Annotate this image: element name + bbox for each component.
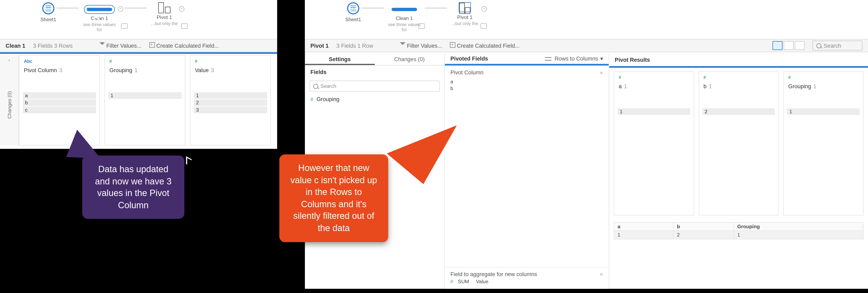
results-header: Pivot Results: [609, 54, 868, 66]
table-row[interactable]: 1 2 1: [614, 231, 863, 239]
aggregate-func: SUM: [458, 279, 469, 284]
create-calc-button[interactable]: Create Calculated Field...: [450, 42, 519, 49]
card-value[interactable]: 1: [108, 92, 182, 99]
table-header[interactable]: a: [614, 223, 673, 231]
pivoted-fields-column: Pivoted Fields Rows to Columns ▾ Pivot C…: [445, 54, 609, 289]
pivot-column-block: Pivot Column × a b: [445, 66, 609, 95]
search-input[interactable]: Search: [813, 40, 863, 51]
card-count: 1: [709, 83, 712, 90]
comment-icon[interactable]: [181, 23, 188, 29]
card-value[interactable]: 2: [194, 99, 267, 106]
datasource-icon: [347, 2, 360, 14]
annotation-purple: Data has updated and now we have 3 value…: [82, 156, 184, 219]
pivot-mode-dropdown[interactable]: Rows to Columns ▾: [545, 56, 603, 62]
aggregate-field[interactable]: # SUM Value: [450, 278, 603, 286]
result-card-b[interactable]: # b1 2: [699, 71, 779, 216]
search-placeholder: Search: [824, 42, 841, 49]
filter-values-button[interactable]: Filter Values...: [99, 42, 142, 49]
flow-connector: [57, 8, 79, 8]
aggregate-block: Field to aggregate for new columns × # S…: [445, 267, 609, 289]
field-item-grouping[interactable]: # Grouping: [305, 94, 444, 104]
add-step-icon[interactable]: +: [179, 6, 184, 11]
calc-icon: [450, 42, 455, 48]
card-count: 3: [211, 67, 214, 73]
view-mode-switch[interactable]: [772, 41, 805, 50]
fields-search[interactable]: Search: [309, 80, 440, 92]
flow-node-pivot1[interactable]: Pivot 1 ...but only the: [148, 2, 181, 26]
accent-bar: [0, 52, 277, 54]
pivot-step-icon: [459, 2, 471, 12]
card-title: Pivot Column: [24, 67, 57, 73]
tab-settings[interactable]: Settings: [305, 54, 374, 65]
annotation-text: However that new value c isn't picked up…: [289, 162, 378, 234]
add-step-icon[interactable]: +: [482, 6, 487, 11]
remove-icon[interactable]: ×: [599, 271, 603, 278]
card-value[interactable]: 1: [787, 108, 860, 115]
filter-values-button[interactable]: Filter Values...: [400, 42, 442, 49]
table-cell: 2: [674, 231, 734, 239]
card-value[interactable]: a: [23, 92, 96, 99]
flow-subtitle: see three values for: [385, 22, 424, 32]
result-card-a[interactable]: # a1 1: [614, 71, 694, 216]
flow-label: Pivot 1: [148, 14, 181, 20]
flow-bar: Sheet1 Clean 1 see three values for + Pi…: [0, 0, 277, 39]
flow-label: Sheet1: [339, 17, 367, 22]
result-card-grouping[interactable]: # Grouping1 1: [783, 71, 864, 216]
filter-label: Filter Values...: [106, 43, 142, 49]
card-count: 3: [59, 67, 62, 73]
table-header[interactable]: Grouping: [734, 223, 863, 231]
card-value[interactable]: 3: [194, 106, 267, 113]
expand-icon[interactable]: ›: [0, 55, 18, 65]
card-value[interactable]: 2: [702, 108, 775, 115]
type-badge-num: #: [110, 59, 181, 64]
clean-step-icon: [87, 8, 112, 11]
calc-label: Create Calculated Field...: [457, 43, 520, 49]
flow-node-sheet1[interactable]: Sheet1: [34, 2, 62, 22]
view-grid-icon[interactable]: [795, 41, 805, 50]
type-badge-num: #: [619, 75, 689, 80]
changes-count: Changes (0): [6, 91, 12, 119]
create-calc-button[interactable]: Create Calculated Field...: [149, 42, 219, 49]
comment-icon[interactable]: [121, 23, 128, 29]
clean-step-panel: Sheet1 Clean 1 see three values for + Pi…: [0, 0, 277, 149]
flow-node-clean1[interactable]: Clean 1 see three values for: [385, 2, 424, 32]
card-value[interactable]: b: [23, 99, 96, 106]
profile-card-grouping[interactable]: # Grouping1 1: [104, 55, 185, 145]
results-data-grid[interactable]: a b Grouping 1 2 1: [614, 222, 864, 239]
table-header[interactable]: b: [674, 223, 734, 231]
card-value[interactable]: c: [23, 106, 96, 113]
type-badge-num: #: [195, 59, 266, 64]
annotation-orange: However that new value c isn't picked up…: [279, 155, 388, 242]
flow-node-sheet1[interactable]: Sheet1: [339, 2, 367, 22]
flow-bar: Sheet1 Clean 1 see three values for Pivo…: [305, 0, 868, 39]
flow-node-clean1[interactable]: Clean 1 see three values for: [80, 2, 119, 32]
view-list-icon[interactable]: [784, 41, 794, 50]
pivot-value[interactable]: b: [450, 85, 603, 92]
view-profile-icon[interactable]: [772, 41, 782, 50]
accent-bar: [445, 64, 609, 65]
changes-rail[interactable]: › Changes (0): [0, 55, 19, 145]
filter-label: Filter Values...: [407, 43, 442, 49]
flow-subtitle: see three values for: [80, 22, 119, 32]
card-value[interactable]: 1: [194, 92, 267, 99]
comment-icon[interactable]: [418, 23, 425, 29]
pivot-column-title: Pivot Column: [450, 69, 483, 76]
card-title: Grouping: [110, 67, 132, 73]
pivot-step-panel: Sheet1 Clean 1 see three values for Pivo…: [305, 0, 868, 289]
comment-icon[interactable]: [480, 23, 487, 29]
card-title: b: [703, 83, 706, 90]
add-step-icon[interactable]: +: [118, 6, 123, 11]
pivot-value[interactable]: a: [450, 78, 603, 85]
profile-card-value[interactable]: # Value3 1 2 3: [190, 55, 271, 145]
annotation-text: Data has updated and now we have 3 value…: [92, 163, 174, 211]
card-value[interactable]: 1: [618, 108, 690, 115]
flow-connector: [124, 8, 147, 8]
tab-changes[interactable]: Changes (0): [374, 54, 444, 65]
settings-tabs: Settings Changes (0): [305, 54, 444, 66]
step-meta: 3 Fields 3 Rows: [33, 42, 72, 49]
step-meta: 3 Fields 1 Row: [336, 42, 373, 49]
profile-pane: Abc Pivot Column3 a b c # Grouping1 1 # …: [19, 55, 274, 145]
remove-icon[interactable]: ×: [599, 69, 603, 76]
pivoted-header: Pivoted Fields: [450, 56, 488, 62]
flow-node-pivot1[interactable]: Pivot 1 ...but only the: [448, 2, 482, 26]
